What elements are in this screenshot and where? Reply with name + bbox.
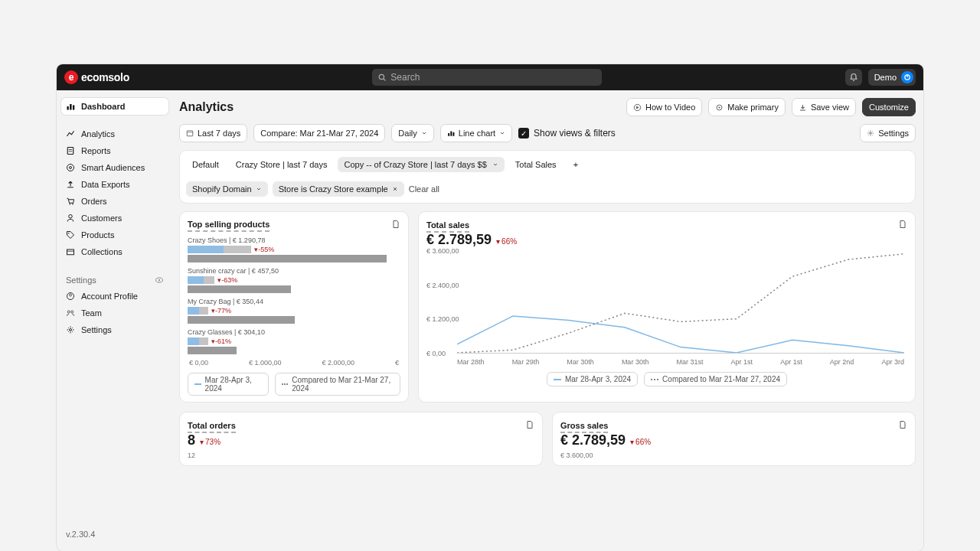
total-sales-value: € 2.789,59 bbox=[426, 232, 492, 248]
x-tick: Apr 3rd bbox=[881, 358, 904, 366]
svg-line-1 bbox=[384, 79, 386, 81]
eye-icon[interactable] bbox=[155, 276, 164, 285]
chart-icon bbox=[66, 129, 75, 139]
bar-row: My Crazy Bag | € 350,44▾-77% bbox=[188, 298, 400, 324]
settings-button[interactable]: Settings bbox=[860, 124, 916, 142]
bar-label: Sunshine crazy car | € 457,50 bbox=[188, 267, 400, 275]
export-icon[interactable] bbox=[525, 420, 534, 429]
sidebar-item-analytics[interactable]: Analytics bbox=[61, 126, 168, 142]
download-icon bbox=[799, 103, 807, 112]
chart-series bbox=[457, 316, 904, 353]
upload-icon bbox=[66, 180, 75, 189]
x-tick: Apr 1st bbox=[731, 358, 753, 366]
sidebar-item-label: Smart Audiences bbox=[81, 163, 145, 172]
sidebar-item-smart-audiences[interactable]: Smart Audiences bbox=[61, 159, 168, 176]
bar-label: Crazy Shoes | € 1.290,78 bbox=[188, 236, 400, 244]
export-icon[interactable] bbox=[898, 220, 907, 229]
x-tick: Apr 2nd bbox=[830, 358, 854, 366]
svg-point-19 bbox=[158, 279, 160, 281]
bar-delta: ▾-55% bbox=[254, 246, 274, 253]
bar-delta: ▾-63% bbox=[217, 276, 237, 284]
svg-point-21 bbox=[70, 294, 72, 296]
box-icon bbox=[66, 247, 75, 256]
customize-button[interactable]: Customize bbox=[862, 98, 916, 116]
howto-video-button[interactable]: How to Video bbox=[626, 98, 702, 116]
date-range-picker[interactable]: Last 7 days bbox=[179, 124, 247, 142]
y-tick: € 2.400,00 bbox=[426, 282, 459, 289]
chevron-down-icon bbox=[421, 130, 427, 136]
export-icon[interactable] bbox=[898, 420, 907, 429]
sidebar-item-products[interactable]: Products bbox=[61, 227, 168, 243]
svg-point-13 bbox=[72, 204, 74, 205]
sidebar-item-label: Products bbox=[81, 230, 114, 240]
search-input[interactable]: Search bbox=[372, 69, 602, 86]
total-orders-value: 8 bbox=[188, 432, 195, 448]
svg-point-22 bbox=[67, 311, 70, 313]
sidebar-item-reports[interactable]: Reports bbox=[61, 142, 168, 159]
show-views-toggle[interactable]: ✓ Show views & filters bbox=[518, 128, 616, 139]
target-icon bbox=[715, 103, 724, 112]
sidebar-item-label: Dashboard bbox=[81, 102, 125, 111]
view-tab[interactable]: Total Sales bbox=[509, 157, 563, 172]
power-icon bbox=[903, 73, 911, 81]
compare-picker[interactable]: Compare: Mar 21-Mar 27, 2024 bbox=[253, 124, 385, 142]
granularity-select[interactable]: Daily bbox=[391, 124, 433, 142]
bar-delta: ▾-61% bbox=[211, 337, 231, 345]
chart-type-select[interactable]: Line chart bbox=[440, 124, 512, 142]
target-icon bbox=[66, 163, 75, 172]
save-view-button[interactable]: Save view bbox=[792, 98, 856, 116]
view-tab[interactable]: Crazy Store | last 7 days bbox=[230, 157, 334, 172]
sidebar-item-data-exports[interactable]: Data Exports bbox=[61, 176, 168, 193]
legend-current: Mar 28-Apr 3, 2024 bbox=[547, 372, 638, 386]
user-menu[interactable]: Demo bbox=[868, 69, 916, 86]
sidebar-item-label: Reports bbox=[81, 146, 111, 155]
svg-point-23 bbox=[71, 311, 74, 313]
sidebar-item-team[interactable]: Team bbox=[61, 305, 168, 321]
svg-rect-7 bbox=[67, 148, 74, 155]
views-card: Default Crazy Store | last 7 days Copy -… bbox=[179, 150, 916, 204]
sidebar-item-orders[interactable]: Orders bbox=[61, 193, 168, 210]
filter-store[interactable]: Store is Crazy Store example bbox=[273, 181, 404, 197]
user-circle-icon bbox=[66, 292, 75, 301]
bar-delta: ▾-77% bbox=[211, 307, 231, 315]
sidebar-item-label: Account Profile bbox=[81, 292, 138, 301]
notifications-button[interactable] bbox=[845, 69, 862, 86]
close-icon[interactable] bbox=[392, 186, 398, 192]
checkbox-checked-icon: ✓ bbox=[518, 128, 529, 139]
view-tab[interactable]: Default bbox=[186, 157, 225, 172]
brand-name: ecomsolo bbox=[81, 71, 129, 83]
widget-title: Total orders bbox=[188, 421, 236, 433]
chevron-down-icon bbox=[499, 130, 505, 136]
svg-point-24 bbox=[70, 329, 72, 331]
svg-rect-33 bbox=[452, 132, 454, 136]
sidebar-item-account-profile[interactable]: Account Profile bbox=[61, 288, 168, 305]
sidebar-item-customers[interactable]: Customers bbox=[61, 210, 168, 227]
svg-rect-6 bbox=[73, 106, 74, 110]
legend-compare: Compared to Mar 21-Mar 27, 2024 bbox=[275, 373, 400, 396]
bar-label: My Crazy Bag | € 350,44 bbox=[188, 298, 400, 305]
sidebar-item-settings[interactable]: Settings bbox=[61, 321, 168, 338]
bar-row: Sunshine crazy car | € 457,50▾-63% bbox=[188, 267, 400, 293]
bar-label: Crazy Glasses | € 304,10 bbox=[188, 328, 400, 336]
doc-icon bbox=[66, 146, 75, 155]
sidebar-item-collections[interactable]: Collections bbox=[61, 243, 168, 260]
gear-icon bbox=[66, 325, 75, 334]
add-view-button[interactable]: + bbox=[567, 157, 584, 172]
sidebar: Dashboard Analytics Reports Smart Audien… bbox=[57, 90, 173, 551]
bar-row: Crazy Glasses | € 304,10▾-61% bbox=[188, 328, 400, 354]
svg-point-12 bbox=[70, 204, 71, 205]
clear-filters-link[interactable]: Clear all bbox=[409, 184, 439, 194]
bar-compare bbox=[188, 316, 295, 324]
svg-point-15 bbox=[68, 233, 70, 234]
svg-point-0 bbox=[380, 74, 384, 79]
sidebar-item-label: Collections bbox=[81, 247, 122, 256]
app-window: e ecomsolo Search Demo bbox=[57, 64, 923, 551]
export-icon[interactable] bbox=[391, 220, 400, 229]
make-primary-button[interactable]: Make primary bbox=[708, 98, 786, 116]
sidebar-item-dashboard[interactable]: Dashboard bbox=[61, 98, 168, 115]
filter-domain[interactable]: Shopify Domain bbox=[186, 181, 268, 197]
y-tick: € 1.200,00 bbox=[426, 315, 459, 323]
bars-icon bbox=[447, 129, 455, 137]
view-tab[interactable]: Copy -- of Crazy Store | last 7 days $$ bbox=[338, 157, 504, 172]
search-icon bbox=[378, 73, 386, 81]
